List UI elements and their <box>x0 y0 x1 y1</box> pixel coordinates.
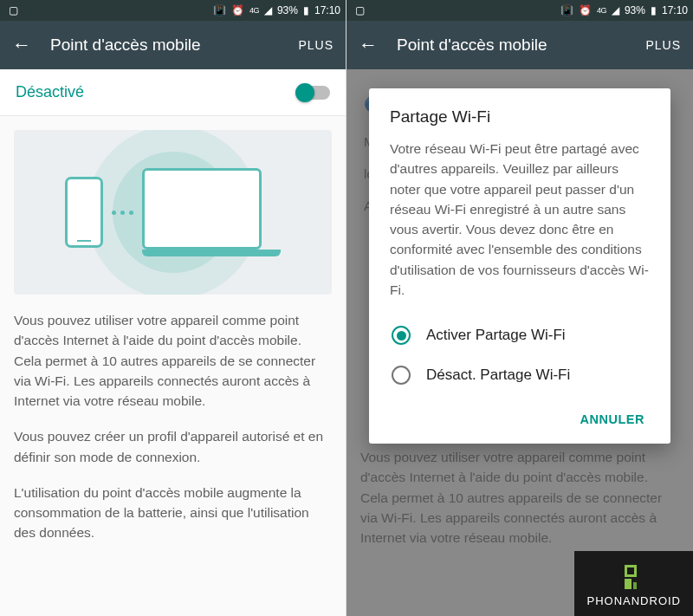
network-indicator: 4G <box>597 6 606 15</box>
toggle-label: Désactivé <box>16 83 297 101</box>
radio-disable-wifi-sharing[interactable]: Désact. Partage Wi-Fi <box>390 355 650 395</box>
signal-icon: ◢ <box>612 4 619 16</box>
radio-unchecked-icon <box>392 366 411 385</box>
radio-label: Désact. Partage Wi-Fi <box>426 366 570 384</box>
screenshot-icon: ▢ <box>9 4 18 16</box>
page-title: Point d'accès mobile <box>50 36 279 55</box>
vibrate-icon: 📳 <box>560 4 573 16</box>
signal-icon: ◢ <box>264 4 272 16</box>
app-bar: ← Point d'accès mobile PLUS <box>0 21 346 69</box>
screen-hotspot-main: ▢ 📳 ⏰ 4G ◢ 93% ▮ 17:10 ← Point d'accès m… <box>0 0 346 616</box>
dialog-message: Votre réseau Wi-Fi peut être partagé ave… <box>390 139 650 300</box>
more-button[interactable]: PLUS <box>298 38 334 52</box>
wifi-sharing-dialog: Partage Wi-Fi Votre réseau Wi-Fi peut êt… <box>369 88 670 444</box>
description-p2: Vous pouvez créer un profil d'appareil a… <box>14 426 332 467</box>
description-text: Vous pouvez utiliser votre appareil comm… <box>14 310 332 543</box>
radio-label: Activer Partage Wi-Fi <box>426 327 566 344</box>
battery-percent: 93% <box>625 4 645 16</box>
back-icon[interactable]: ← <box>12 36 31 55</box>
phonandroid-logo-icon <box>625 565 644 589</box>
battery-icon: ▮ <box>303 4 309 16</box>
description-p1: Vous pouvez utiliser votre appareil comm… <box>14 310 332 411</box>
clock: 17:10 <box>662 4 688 16</box>
screenshot-icon: ▢ <box>355 4 365 16</box>
battery-percent: 93% <box>277 4 298 16</box>
radio-enable-wifi-sharing[interactable]: Activer Partage Wi-Fi <box>390 315 650 355</box>
laptop-icon <box>142 168 281 256</box>
more-button[interactable]: PLUS <box>645 38 681 52</box>
description-p3: L'utilisation du point d'accès mobile au… <box>14 483 332 543</box>
alarm-icon: ⏰ <box>231 4 244 16</box>
cancel-button[interactable]: ANNULER <box>575 405 650 433</box>
network-indicator: 4G <box>249 6 259 15</box>
phone-icon <box>65 177 103 248</box>
status-bar: ▢ 📳 ⏰ 4G ◢ 93% ▮ 17:10 <box>346 0 693 21</box>
hotspot-switch[interactable] <box>297 86 330 100</box>
dialog-title: Partage Wi-Fi <box>390 107 650 126</box>
content-area: Vous pouvez utiliser votre appareil comm… <box>0 116 346 573</box>
vibrate-icon: 📳 <box>213 4 226 16</box>
screen-hotspot-dialog: ▢ 📳 ⏰ 4G ◢ 93% ▮ 17:10 ← Point d'accès m… <box>346 0 693 616</box>
radio-checked-icon <box>392 326 411 345</box>
watermark-text: PHONANDROID <box>586 594 681 607</box>
connection-dots-icon <box>112 211 133 215</box>
clock: 17:10 <box>314 4 340 16</box>
page-title: Point d'accès mobile <box>397 36 626 55</box>
hotspot-toggle-row[interactable]: Désactivé <box>0 69 346 116</box>
watermark: PHONANDROID <box>574 551 693 616</box>
battery-icon: ▮ <box>651 4 657 16</box>
app-bar: ← Point d'accès mobile PLUS <box>346 21 693 69</box>
status-bar: ▢ 📳 ⏰ 4G ◢ 93% ▮ 17:10 <box>0 0 346 21</box>
alarm-icon: ⏰ <box>579 4 592 16</box>
back-icon[interactable]: ← <box>359 36 378 55</box>
hotspot-illustration <box>14 130 332 295</box>
